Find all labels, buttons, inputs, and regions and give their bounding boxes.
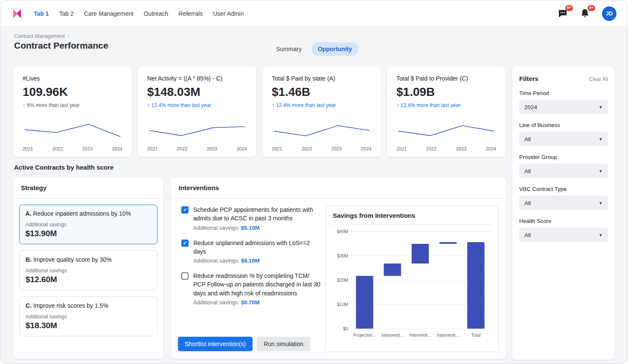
nav-tab-referrals[interactable]: Referrals (178, 8, 203, 20)
intervention-savings: Additional savings: $0.70M (193, 299, 323, 306)
savings-label: Additional savings (25, 222, 151, 228)
user-avatar[interactable]: JD (602, 6, 616, 21)
intervention-savings-amount: $5.10M (241, 225, 259, 231)
breadcrumb: Contract Management / (14, 33, 69, 39)
interventions-list: ✓ Schedule PCP appointments for patients… (181, 205, 323, 313)
tab-summary[interactable]: Summary (270, 42, 308, 56)
svg-text:$40M: $40M (337, 229, 348, 234)
notifications-icon[interactable]: 9+ (580, 8, 591, 19)
svg-text:$10M: $10M (337, 302, 348, 307)
strategy-text: Improve quality score by 30% (33, 256, 112, 263)
savings-label: Additional savings (26, 314, 151, 320)
section-title: Active Contracts by health score (14, 164, 113, 171)
chevron-down-icon: ▼ (599, 137, 603, 142)
kpi-label: Net Activity = ((A * 85%) - C) (147, 75, 247, 82)
view-toggle: Summary Opportunity (270, 42, 358, 56)
svg-text:Interventi...: Interventi... (381, 332, 404, 338)
shortlist-interventions-button[interactable]: Shortlist intervention(s) (178, 337, 253, 351)
intervention-savings-amount: $0.70M (241, 299, 259, 306)
year-label: 2022 (426, 146, 436, 151)
chevron-down-icon: ▼ (599, 169, 603, 173)
year-label: 2021 (396, 146, 407, 151)
sparkline-years: 2021 2022 2023 2024 (147, 146, 247, 151)
year-label: 2022 (177, 146, 187, 151)
kpi-delta-text: 12.4% more than last year (151, 102, 211, 108)
filters-panel: Filters Clear All Time Period 2024 ▼ Lin… (512, 66, 615, 360)
intervention-text: Reduce readmission % by completing TCM/ … (193, 272, 323, 298)
intervention-savings: Additional savings: $5.10M (193, 225, 323, 231)
nav-tab-care-management[interactable]: Care Management (84, 8, 134, 20)
intervention-item: Reduce readmission % by completing TCM/ … (181, 272, 323, 306)
savings-label: Additional savings (26, 268, 151, 274)
vbc-contract-type-select[interactable]: All ▼ (519, 196, 608, 210)
intervention-savings-amount: $8.10M (241, 257, 259, 264)
kpi-card-net-activity: Net Activity = ((A * 85%) - C) $148.03M … (138, 66, 256, 157)
sparkline-chart (147, 120, 247, 139)
filter-label-line-of-business: Line of Business (519, 122, 608, 128)
nav-tab-outreach[interactable]: Outreach (144, 8, 169, 20)
year-label: 2022 (302, 146, 312, 151)
year-label: 2021 (147, 146, 157, 151)
year-label: 2023 (207, 146, 217, 151)
strategy-card-c[interactable]: C.Improve risk scores by 1.5% Additional… (19, 296, 157, 336)
chevron-down-icon: ▼ (599, 105, 603, 110)
interventions-panel: Interventions ✓ Schedule PCP appointment… (171, 177, 506, 359)
up-arrow-icon: ↑ (272, 102, 274, 108)
kpi-delta-text: 6% more than last year (27, 102, 79, 108)
line-of-business-select[interactable]: All ▼ (519, 132, 608, 146)
time-period-select[interactable]: 2024 ▼ (519, 100, 608, 114)
kpi-card-paid-by-state: Total $ Paid by state (A) $1.46B ↑ 12.4%… (262, 66, 381, 157)
intervention-savings-label: Additional savings: (193, 257, 239, 264)
intervention-item: ✓ Schedule PCP appointments for patients… (181, 205, 323, 231)
svg-text:$30M: $30M (337, 253, 348, 258)
chevron-down-icon: ▼ (599, 233, 603, 237)
breadcrumb-link[interactable]: Contract Management (14, 33, 65, 39)
tab-opportunity[interactable]: Opportunity (311, 42, 358, 56)
year-label: 2023 (331, 146, 342, 151)
health-score-select[interactable]: All ▼ (519, 228, 608, 242)
sparkline-chart (23, 120, 122, 139)
nav-tab-1[interactable]: Tab 1 (34, 8, 49, 20)
savings-value: $12.60M (26, 275, 151, 284)
strategy-card-a[interactable]: A.Reduce inpatient admissions by 10% Add… (19, 205, 157, 244)
kpi-label: Total $ Paid by state (A) (272, 75, 372, 82)
nav-tab-2[interactable]: Tab 2 (59, 8, 74, 20)
strategy-letter: A. (25, 210, 31, 217)
savings-value: $13.90M (25, 229, 151, 238)
intervention-checkbox[interactable] (181, 272, 189, 280)
intervention-checkbox[interactable]: ✓ (181, 206, 189, 214)
filters-title: Filters (519, 75, 538, 82)
year-label: 2024 (112, 146, 122, 151)
nav-tab-user-admin[interactable]: User Admin (213, 8, 244, 20)
sparkline-years: 2021 2022 2023 2024 (272, 146, 372, 151)
run-simulation-button[interactable]: Run simulation (257, 337, 310, 351)
year-label: 2023 (82, 146, 93, 151)
nav-tabs: Tab 1 Tab 2 Care Management Outreach Ref… (34, 8, 244, 20)
strategy-letter: C. (26, 302, 32, 309)
intervention-checkbox[interactable]: ✓ (181, 240, 189, 247)
svg-text:Projected...: Projected... (353, 332, 376, 338)
filter-label-health-score: Health Score (519, 218, 608, 224)
clear-all-button[interactable]: Clear All (589, 76, 608, 82)
provider-group-select[interactable]: All ▼ (519, 164, 608, 178)
strategy-text: Reduce inpatient admissions by 10% (33, 210, 131, 217)
app-logo-icon (12, 8, 23, 19)
year-label: 2023 (456, 146, 466, 151)
svg-text:Interventi...: Interventi... (409, 332, 431, 338)
select-value: All (524, 136, 531, 142)
up-arrow-icon: ↑ (23, 102, 25, 108)
kpi-card-paid-to-provider: Total $ Paid to Provider (C) $1.09B ↑ 12… (387, 66, 506, 157)
top-nav: Tab 1 Tab 2 Care Management Outreach Ref… (0, 0, 628, 27)
intervention-savings: Additional savings: $8.10M (193, 257, 323, 264)
year-label: 2024 (486, 146, 496, 151)
chat-icon[interactable]: 9+ (558, 8, 569, 19)
topbar-actions: 9+ 9+ JD (558, 6, 616, 21)
chevron-down-icon: ▼ (599, 201, 603, 205)
kpi-delta: ↑ 12.4% more than last year (147, 102, 247, 108)
kpi-card-lives: #Lives 109.96K ↑ 6% more than last year … (13, 66, 132, 157)
kpi-label: #Lives (23, 75, 122, 82)
select-value: All (524, 232, 531, 238)
strategy-text: Improve risk scores by 1.5% (33, 302, 108, 309)
chart-title: Savings from Interventions (332, 212, 492, 225)
strategy-card-b[interactable]: B.Improve quality score by 30% Additiona… (19, 250, 157, 290)
